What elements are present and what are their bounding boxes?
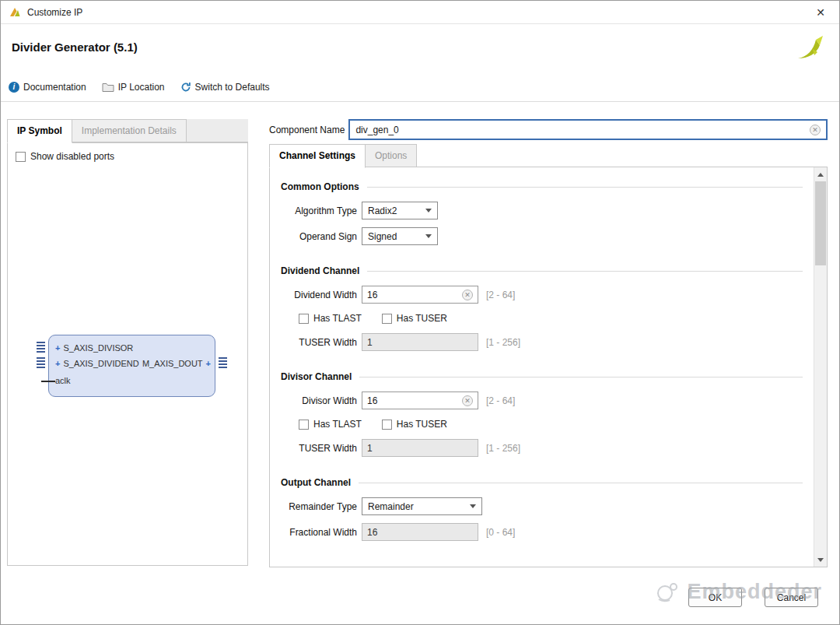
divisor-has-tlast[interactable]: Has TLAST [299, 419, 362, 430]
has-tlast-checkbox[interactable] [299, 420, 309, 430]
customize-ip-dialog: Customize IP ✕ Divider Generator (5.1) i… [0, 0, 840, 625]
watermark-doodle-icon [656, 581, 682, 604]
bus-pin-icon [219, 357, 227, 368]
dividend-width-row: Dividend Width 16 ✕ [2 - 64] [281, 286, 803, 304]
port-label: M_AXIS_DOUT [142, 359, 203, 368]
close-icon[interactable]: ✕ [810, 5, 831, 20]
scrollbar[interactable] [814, 167, 827, 567]
has-tlast-checkbox[interactable] [299, 314, 309, 324]
section-title-label: Dividend Channel [281, 265, 359, 276]
port-s-axis-divisor[interactable]: + S_AXIS_DIVISOR [55, 343, 133, 353]
dialog-header: Divider Generator (5.1) [1, 24, 839, 72]
left-tab-filler [187, 119, 248, 142]
scrollbar-thumb[interactable] [815, 181, 826, 265]
section-rule [367, 187, 803, 188]
section-output-channel: Output Channel [281, 477, 803, 488]
tab-implementation-details[interactable]: Implementation Details [72, 119, 187, 142]
port-label: S_AXIS_DIVIDEND [63, 359, 138, 368]
port-s-axis-dividend[interactable]: + S_AXIS_DIVIDEND [55, 359, 139, 368]
divisor-width-input[interactable]: 16 ✕ [362, 392, 478, 409]
has-tlast-label: Has TLAST [313, 313, 362, 324]
cancel-button[interactable]: Cancel [765, 588, 818, 607]
documentation-button[interactable]: i Documentation [9, 82, 86, 93]
refresh-icon [180, 82, 191, 93]
has-tlast-label: Has TLAST [313, 419, 362, 430]
switch-to-defaults-label: Switch to Defaults [195, 82, 270, 93]
operand-sign-value: Signed [368, 231, 397, 242]
form-content: Common Options Algorithm Type Radix2 Ope… [270, 167, 814, 567]
divisor-has-tuser[interactable]: Has TUSER [382, 419, 447, 430]
chevron-down-icon [470, 504, 476, 508]
algorithm-type-label: Algorithm Type [281, 205, 357, 216]
algorithm-type-select[interactable]: Radix2 [362, 202, 438, 219]
clear-icon[interactable]: ✕ [462, 290, 473, 300]
chevron-down-icon [425, 234, 432, 238]
app-logo-icon [9, 6, 21, 19]
clear-icon[interactable]: ✕ [810, 125, 821, 135]
tuser-width-label: TUSER Width [281, 337, 357, 348]
operand-sign-select[interactable]: Signed [362, 227, 438, 245]
chevron-down-icon [425, 209, 432, 212]
triangle-down-icon [817, 558, 824, 562]
has-tuser-label: Has TUSER [397, 419, 447, 430]
section-title-label: Output Channel [281, 477, 351, 488]
algorithm-type-row: Algorithm Type Radix2 [281, 202, 803, 219]
port-m-axis-dout[interactable]: M_AXIS_DOUT + [142, 359, 211, 368]
scroll-down-button[interactable] [814, 553, 827, 566]
show-disabled-ports-row: Show disabled ports [8, 143, 247, 170]
tab-channel-settings[interactable]: Channel Settings [269, 144, 366, 168]
dividend-width-label: Dividend Width [281, 290, 357, 300]
algorithm-type-value: Radix2 [368, 205, 397, 216]
clock-pin [41, 381, 55, 382]
has-tuser-checkbox[interactable] [382, 314, 392, 324]
show-disabled-ports-label: Show disabled ports [30, 151, 114, 162]
bus-pin-icon [37, 342, 45, 353]
operand-sign-row: Operand Sign Signed [281, 227, 803, 245]
expand-plus-icon[interactable]: + [206, 359, 211, 368]
dividend-has-tuser[interactable]: Has TUSER [382, 313, 447, 324]
dividend-width-input[interactable]: 16 ✕ [362, 286, 478, 304]
tuser-width-range: [1 - 256] [486, 443, 520, 454]
expand-plus-icon[interactable]: + [55, 359, 60, 368]
switch-to-defaults-button[interactable]: Switch to Defaults [180, 82, 270, 93]
right-tabstrip: Channel Settings Options [269, 144, 828, 167]
divisor-tuser-width-input: 1 [362, 439, 478, 457]
component-name-input[interactable]: div_gen_0 ✕ [348, 119, 828, 140]
tab-options[interactable]: Options [366, 144, 417, 167]
info-icon: i [9, 82, 19, 93]
port-aclk: aclk [55, 376, 71, 385]
divisor-width-value: 16 [367, 395, 377, 406]
component-name-row: Component Name div_gen_0 ✕ [269, 119, 828, 140]
channel-settings-form: Common Options Algorithm Type Radix2 Ope… [269, 167, 828, 567]
dividend-width-value: 16 [367, 290, 377, 300]
right-panel-tabs: Channel Settings Options [269, 144, 828, 167]
component-name-value: div_gen_0 [355, 125, 805, 135]
section-title-label: Divisor Channel [281, 371, 352, 382]
dividend-flags-row: Has TLAST Has TUSER [299, 313, 803, 324]
remainder-type-label: Remainder Type [281, 501, 357, 512]
fractional-width-range: [0 - 64] [486, 527, 515, 538]
xilinx-logo-icon [796, 33, 824, 63]
remainder-type-select[interactable]: Remainder [362, 497, 482, 515]
divisor-width-row: Divisor Width 16 ✕ [2 - 64] [281, 392, 803, 409]
clear-icon[interactable]: ✕ [462, 395, 473, 406]
section-common-options: Common Options [281, 181, 803, 192]
section-rule [359, 377, 803, 377]
scroll-up-button[interactable] [814, 168, 827, 181]
right-tab-filler [417, 144, 828, 167]
dividend-tuser-width-input: 1 [362, 333, 478, 351]
has-tuser-checkbox[interactable] [382, 420, 392, 430]
port-label: aclk [55, 376, 71, 385]
expand-plus-icon[interactable]: + [55, 343, 60, 353]
section-divisor-channel: Divisor Channel [281, 371, 803, 382]
show-disabled-ports-checkbox[interactable] [16, 152, 26, 162]
tuser-width-label: TUSER Width [281, 443, 357, 454]
divisor-tuser-width-row: TUSER Width 1 [1 - 256] [281, 439, 803, 457]
ip-location-button[interactable]: IP Location [102, 82, 165, 93]
dividend-has-tlast[interactable]: Has TLAST [299, 313, 362, 324]
component-name-label: Component Name [269, 125, 345, 135]
ok-button[interactable]: OK [688, 588, 742, 607]
title-bar: Customize IP ✕ [1, 1, 839, 24]
tab-ip-symbol[interactable]: IP Symbol [7, 119, 72, 143]
divisor-width-range: [2 - 64] [486, 395, 515, 406]
